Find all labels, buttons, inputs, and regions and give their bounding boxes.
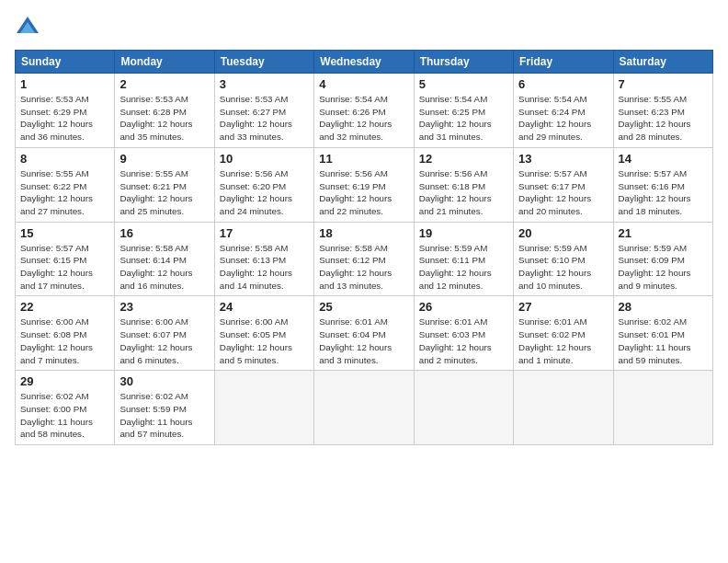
day-number: 29 <box>20 374 109 388</box>
calendar-cell: 4Sunrise: 5:54 AM Sunset: 6:26 PM Daylig… <box>314 74 414 148</box>
day-number: 16 <box>119 226 209 240</box>
day-number: 25 <box>319 300 408 314</box>
weekday-header-monday: Monday <box>115 51 214 74</box>
calendar-cell: 11Sunrise: 5:56 AM Sunset: 6:19 PM Dayli… <box>314 147 414 222</box>
day-number: 4 <box>319 77 408 91</box>
weekday-header-wednesday: Wednesday <box>314 51 414 74</box>
day-info: Sunrise: 5:55 AM Sunset: 6:22 PM Dayligh… <box>20 167 109 218</box>
day-number: 22 <box>20 300 109 314</box>
day-number: 5 <box>419 77 508 91</box>
day-number: 15 <box>20 226 109 240</box>
calendar-week-4: 22Sunrise: 6:00 AM Sunset: 6:08 PM Dayli… <box>16 296 713 371</box>
calendar-cell: 24Sunrise: 6:00 AM Sunset: 6:05 PM Dayli… <box>214 296 313 371</box>
day-number: 11 <box>319 152 408 166</box>
calendar-cell: 14Sunrise: 5:57 AM Sunset: 6:16 PM Dayli… <box>613 147 712 222</box>
day-number: 30 <box>119 374 209 388</box>
calendar-body: 1Sunrise: 5:53 AM Sunset: 6:29 PM Daylig… <box>16 74 713 445</box>
day-info: Sunrise: 6:02 AM Sunset: 6:01 PM Dayligh… <box>619 316 708 366</box>
calendar-cell: 28Sunrise: 6:02 AM Sunset: 6:01 PM Dayli… <box>613 296 712 371</box>
day-info: Sunrise: 5:54 AM Sunset: 6:26 PM Dayligh… <box>319 93 408 144</box>
day-info: Sunrise: 6:00 AM Sunset: 6:08 PM Dayligh… <box>20 316 109 366</box>
calendar-cell <box>414 371 513 445</box>
day-info: Sunrise: 5:57 AM Sunset: 6:15 PM Dayligh… <box>20 242 109 293</box>
calendar-cell <box>314 371 414 445</box>
calendar-cell: 8Sunrise: 5:55 AM Sunset: 6:22 PM Daylig… <box>16 147 115 222</box>
weekday-header-friday: Friday <box>514 51 613 74</box>
day-number: 24 <box>220 300 309 314</box>
day-number: 8 <box>20 152 109 166</box>
day-number: 1 <box>20 77 109 91</box>
calendar-cell <box>214 371 313 445</box>
day-number: 9 <box>119 152 209 166</box>
day-info: Sunrise: 5:58 AM Sunset: 6:14 PM Dayligh… <box>119 242 209 293</box>
day-info: Sunrise: 5:57 AM Sunset: 6:17 PM Dayligh… <box>518 167 608 218</box>
calendar-cell: 25Sunrise: 6:01 AM Sunset: 6:04 PM Dayli… <box>314 296 414 371</box>
day-number: 28 <box>619 300 708 314</box>
day-info: Sunrise: 5:59 AM Sunset: 6:11 PM Dayligh… <box>419 242 508 293</box>
calendar-cell <box>514 371 613 445</box>
day-info: Sunrise: 5:57 AM Sunset: 6:16 PM Dayligh… <box>619 167 708 218</box>
calendar-cell: 6Sunrise: 5:54 AM Sunset: 6:24 PM Daylig… <box>514 74 613 148</box>
logo-icon <box>15 15 40 40</box>
day-info: Sunrise: 5:58 AM Sunset: 6:13 PM Dayligh… <box>220 242 309 293</box>
calendar-cell: 1Sunrise: 5:53 AM Sunset: 6:29 PM Daylig… <box>16 74 115 148</box>
calendar-cell: 3Sunrise: 5:53 AM Sunset: 6:27 PM Daylig… <box>214 74 313 148</box>
day-info: Sunrise: 5:55 AM Sunset: 6:23 PM Dayligh… <box>619 93 708 144</box>
day-info: Sunrise: 5:53 AM Sunset: 6:28 PM Dayligh… <box>119 93 209 144</box>
day-number: 10 <box>220 152 309 166</box>
day-number: 12 <box>419 152 508 166</box>
day-number: 7 <box>619 77 708 91</box>
day-info: Sunrise: 5:58 AM Sunset: 6:12 PM Dayligh… <box>319 242 408 293</box>
day-info: Sunrise: 6:00 AM Sunset: 6:07 PM Dayligh… <box>119 316 209 366</box>
calendar-cell: 18Sunrise: 5:58 AM Sunset: 6:12 PM Dayli… <box>314 222 414 296</box>
day-number: 23 <box>119 300 209 314</box>
calendar-cell: 12Sunrise: 5:56 AM Sunset: 6:18 PM Dayli… <box>414 147 513 222</box>
day-info: Sunrise: 5:59 AM Sunset: 6:10 PM Dayligh… <box>518 242 608 293</box>
day-number: 3 <box>220 77 309 91</box>
day-number: 17 <box>220 226 309 240</box>
day-number: 19 <box>419 226 508 240</box>
day-info: Sunrise: 5:59 AM Sunset: 6:09 PM Dayligh… <box>619 242 708 293</box>
calendar-cell: 29Sunrise: 6:02 AM Sunset: 6:00 PM Dayli… <box>16 371 115 445</box>
day-number: 14 <box>619 152 708 166</box>
calendar-cell: 27Sunrise: 6:01 AM Sunset: 6:02 PM Dayli… <box>514 296 613 371</box>
calendar-cell: 9Sunrise: 5:55 AM Sunset: 6:21 PM Daylig… <box>115 147 214 222</box>
calendar-cell: 5Sunrise: 5:54 AM Sunset: 6:25 PM Daylig… <box>414 74 513 148</box>
calendar-cell: 20Sunrise: 5:59 AM Sunset: 6:10 PM Dayli… <box>514 222 613 296</box>
calendar-week-1: 1Sunrise: 5:53 AM Sunset: 6:29 PM Daylig… <box>16 74 713 148</box>
day-number: 2 <box>119 77 209 91</box>
day-info: Sunrise: 5:55 AM Sunset: 6:21 PM Dayligh… <box>119 167 209 218</box>
page: SundayMondayTuesdayWednesdayThursdayFrid… <box>0 0 728 563</box>
calendar-cell: 10Sunrise: 5:56 AM Sunset: 6:20 PM Dayli… <box>214 147 313 222</box>
day-number: 20 <box>518 226 608 240</box>
day-info: Sunrise: 6:01 AM Sunset: 6:04 PM Dayligh… <box>319 316 408 366</box>
calendar-cell: 26Sunrise: 6:01 AM Sunset: 6:03 PM Dayli… <box>414 296 513 371</box>
day-info: Sunrise: 6:01 AM Sunset: 6:03 PM Dayligh… <box>419 316 508 366</box>
header <box>15 15 713 40</box>
day-info: Sunrise: 5:53 AM Sunset: 6:27 PM Dayligh… <box>220 93 309 144</box>
calendar-cell <box>613 371 712 445</box>
day-number: 21 <box>619 226 708 240</box>
day-info: Sunrise: 6:02 AM Sunset: 5:59 PM Dayligh… <box>119 390 209 441</box>
day-number: 27 <box>518 300 608 314</box>
calendar-cell: 30Sunrise: 6:02 AM Sunset: 5:59 PM Dayli… <box>115 371 214 445</box>
logo <box>15 15 42 40</box>
calendar-cell: 17Sunrise: 5:58 AM Sunset: 6:13 PM Dayli… <box>214 222 313 296</box>
day-info: Sunrise: 5:54 AM Sunset: 6:24 PM Dayligh… <box>518 93 608 144</box>
calendar-cell: 15Sunrise: 5:57 AM Sunset: 6:15 PM Dayli… <box>16 222 115 296</box>
day-info: Sunrise: 5:56 AM Sunset: 6:19 PM Dayligh… <box>319 167 408 218</box>
calendar-week-5: 29Sunrise: 6:02 AM Sunset: 6:00 PM Dayli… <box>16 371 713 445</box>
day-info: Sunrise: 5:54 AM Sunset: 6:25 PM Dayligh… <box>419 93 508 144</box>
calendar-week-3: 15Sunrise: 5:57 AM Sunset: 6:15 PM Dayli… <box>16 222 713 296</box>
day-number: 26 <box>419 300 508 314</box>
day-info: Sunrise: 6:01 AM Sunset: 6:02 PM Dayligh… <box>518 316 608 366</box>
day-info: Sunrise: 5:56 AM Sunset: 6:18 PM Dayligh… <box>419 167 508 218</box>
calendar-cell: 13Sunrise: 5:57 AM Sunset: 6:17 PM Dayli… <box>514 147 613 222</box>
calendar-cell: 19Sunrise: 5:59 AM Sunset: 6:11 PM Dayli… <box>414 222 513 296</box>
calendar-cell: 2Sunrise: 5:53 AM Sunset: 6:28 PM Daylig… <box>115 74 214 148</box>
calendar-header: SundayMondayTuesdayWednesdayThursdayFrid… <box>16 51 713 74</box>
weekday-header-sunday: Sunday <box>16 51 115 74</box>
calendar-cell: 22Sunrise: 6:00 AM Sunset: 6:08 PM Dayli… <box>16 296 115 371</box>
calendar-cell: 16Sunrise: 5:58 AM Sunset: 6:14 PM Dayli… <box>115 222 214 296</box>
day-info: Sunrise: 6:02 AM Sunset: 6:00 PM Dayligh… <box>20 390 109 441</box>
